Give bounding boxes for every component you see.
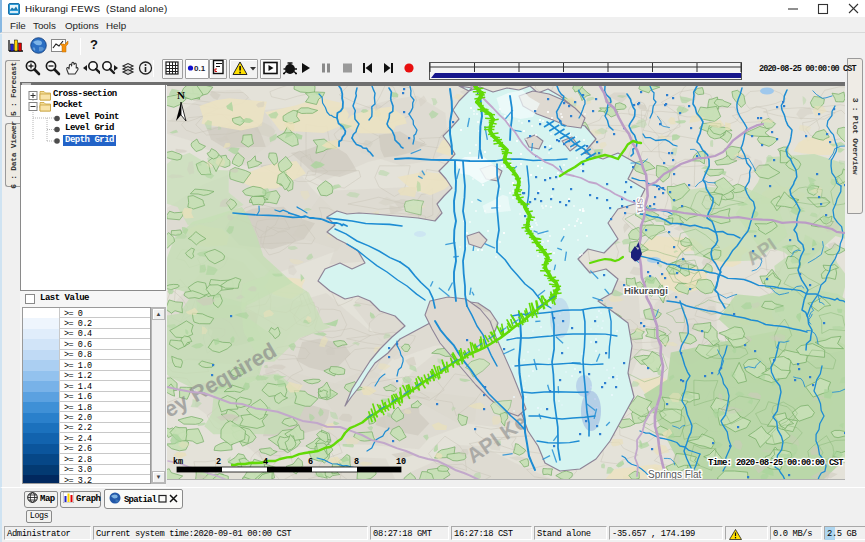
svg-text:2: 2 — [216, 457, 221, 467]
svg-text:SH1: SH1 — [635, 198, 645, 214]
svg-text:N: N — [177, 89, 185, 101]
svg-text:Hikurangi: Hikurangi — [624, 285, 668, 296]
svg-text:Time: 2020-08-25 00:00:00 CST: Time: 2020-08-25 00:00:00 CST — [708, 458, 844, 468]
svg-text:8: 8 — [354, 457, 359, 467]
svg-text:0.1: 0.1 — [194, 64, 206, 73]
svg-text:6: 6 — [308, 457, 313, 467]
svg-text:km: km — [173, 457, 183, 467]
svg-text:4: 4 — [263, 457, 268, 467]
svg-text:10: 10 — [396, 457, 406, 467]
